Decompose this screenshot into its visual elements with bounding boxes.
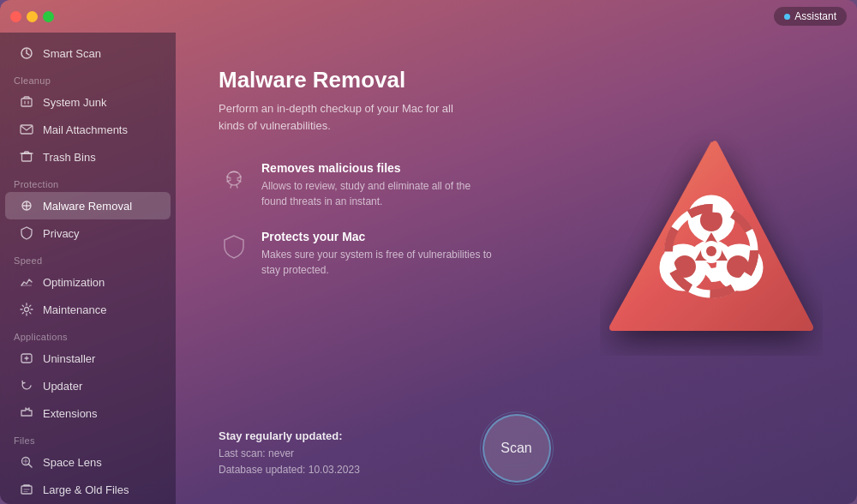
- illustration-area: [600, 124, 823, 364]
- feature-malicious-desc: Allows to review, study and eliminate al…: [261, 178, 493, 209]
- sidebar-item-label: Extensions: [43, 407, 98, 420]
- sidebar-item-system-junk[interactable]: System Junk: [5, 88, 171, 116]
- sidebar-item-privacy[interactable]: Privacy: [5, 219, 171, 247]
- sidebar-section-protection: Protection: [0, 171, 176, 192]
- sidebar-item-large-old-files[interactable]: Large & Old Files: [5, 476, 171, 503]
- svg-rect-5: [22, 153, 32, 161]
- optimization-icon: [19, 274, 34, 290]
- svg-line-26: [237, 185, 237, 188]
- close-button[interactable]: [10, 11, 21, 22]
- feature-protects-text: Protects your Mac Makes sure your system…: [261, 230, 493, 278]
- page-title: Malware Removal: [219, 67, 814, 93]
- svg-point-8: [26, 205, 28, 207]
- sidebar-item-label: Uninstaller: [43, 352, 95, 365]
- sidebar-item-mail-attachments[interactable]: Mail Attachments: [5, 116, 171, 143]
- page-subtitle: Perform an in-depth checkup of your Mac …: [219, 100, 476, 134]
- malware-icon: [19, 198, 34, 213]
- assistant-dot-icon: [784, 14, 790, 20]
- feature-protects-desc: Makes sure your system is free of vulner…: [261, 247, 493, 278]
- sidebar-item-label: Large & Old Files: [43, 483, 129, 496]
- content-area: Malware Removal Perform an in-depth chec…: [176, 33, 857, 504]
- sidebar-item-label: Smart Scan: [43, 47, 101, 60]
- sidebar-item-label: Trash Bins: [43, 151, 96, 164]
- traffic-lights: [10, 11, 54, 22]
- scan-button[interactable]: Scan: [482, 414, 551, 483]
- uninstaller-icon: [19, 351, 34, 366]
- space-lens-icon: [19, 454, 34, 470]
- svg-rect-1: [21, 99, 32, 106]
- feature-malicious-text: Removes malicious files Allows to review…: [261, 161, 493, 209]
- sidebar-item-label: Maintenance: [43, 303, 106, 316]
- maintenance-icon: [19, 302, 34, 317]
- assistant-label: Assistant: [794, 10, 836, 22]
- bug-icon: [219, 163, 249, 194]
- sidebar-item-extensions[interactable]: Extensions: [5, 399, 171, 427]
- sidebar-item-label: Malware Removal: [43, 200, 132, 213]
- sidebar-section-cleanup: Cleanup: [0, 67, 176, 88]
- feature-malicious-title: Removes malicious files: [261, 161, 493, 175]
- minimize-button[interactable]: [27, 11, 38, 22]
- sidebar-item-uninstaller[interactable]: Uninstaller: [5, 345, 171, 372]
- privacy-icon: [19, 225, 34, 241]
- scan-button-label: Scan: [500, 441, 531, 456]
- sidebar-section-speed: Speed: [0, 247, 176, 268]
- sidebar-item-optimization[interactable]: Optimization: [5, 268, 171, 296]
- sidebar-item-maintenance[interactable]: Maintenance: [5, 296, 171, 323]
- scan-icon: [19, 45, 34, 61]
- feature-protects-title: Protects your Mac: [261, 230, 493, 243]
- svg-line-25: [231, 185, 231, 188]
- sidebar-item-trash-bins[interactable]: Trash Bins: [5, 143, 171, 171]
- sidebar-section-applications: Applications: [0, 323, 176, 345]
- updater-icon: [19, 378, 34, 393]
- sidebar-item-malware-removal[interactable]: Malware Removal: [5, 192, 171, 219]
- trash-icon: [19, 149, 34, 165]
- junk-icon: [19, 94, 34, 110]
- sidebar-section-files: Files: [0, 427, 176, 448]
- svg-point-48: [706, 246, 716, 256]
- large-files-icon: [19, 482, 34, 497]
- shield-icon: [219, 231, 249, 262]
- sidebar-item-label: Space Lens: [43, 456, 102, 469]
- sidebar-item-space-lens[interactable]: Space Lens: [5, 448, 171, 476]
- main-layout: Smart Scan Cleanup System Junk: [0, 33, 857, 504]
- sidebar-item-smart-scan[interactable]: Smart Scan: [5, 39, 171, 67]
- sidebar-item-label: System Junk: [43, 96, 106, 109]
- maximize-button[interactable]: [43, 11, 54, 22]
- sidebar-item-updater[interactable]: Updater: [5, 372, 171, 399]
- title-bar: Assistant: [0, 0, 857, 33]
- assistant-button[interactable]: Assistant: [774, 7, 847, 26]
- svg-line-13: [29, 465, 33, 468]
- sidebar-item-label: Updater: [43, 380, 82, 393]
- extensions-icon: [19, 405, 34, 421]
- sidebar-item-label: Mail Attachments: [43, 123, 128, 136]
- scan-button-container: Scan: [482, 414, 551, 483]
- app-window: Assistant Smart Scan Cleanup: [0, 0, 857, 504]
- sidebar-item-label: Privacy: [43, 227, 80, 240]
- sidebar: Smart Scan Cleanup System Junk: [0, 33, 176, 504]
- mail-icon: [19, 122, 34, 137]
- sidebar-item-label: Optimization: [43, 276, 105, 289]
- svg-point-10: [25, 308, 29, 312]
